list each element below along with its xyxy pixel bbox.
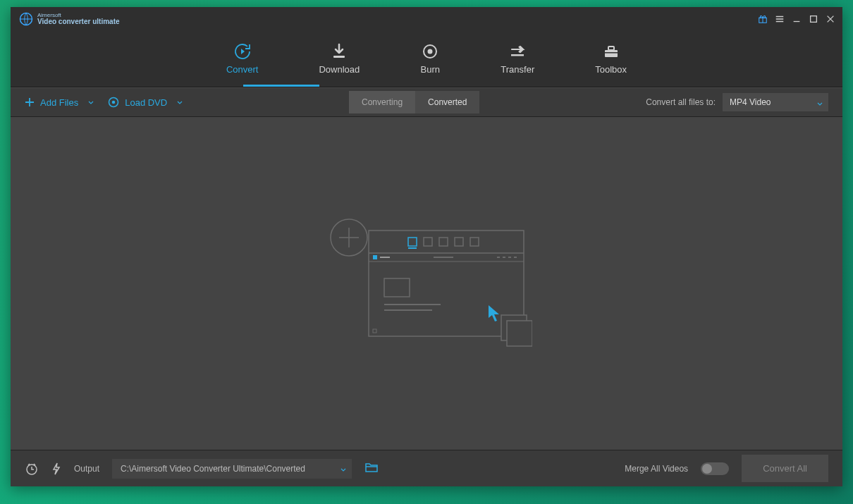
- nav-label: Download: [319, 64, 360, 75]
- toggle-knob: [702, 464, 712, 474]
- gift-icon[interactable]: [755, 11, 771, 27]
- convert-all-button[interactable]: Convert All: [742, 455, 828, 482]
- svg-rect-2: [811, 16, 817, 23]
- svg-rect-32: [373, 329, 376, 333]
- svg-rect-27: [514, 257, 517, 258]
- nav-label: Toolbox: [595, 64, 627, 75]
- svg-rect-8: [608, 47, 614, 50]
- empty-state-illustration: [321, 216, 532, 350]
- chevron-down-icon: [817, 99, 823, 109]
- status-tabs: Converting Converted: [349, 91, 479, 113]
- minimize-button[interactable]: [789, 11, 804, 27]
- app-window: Aimersoft Video converter ultimate Conve…: [11, 7, 842, 486]
- svg-rect-26: [508, 257, 511, 258]
- nav-active-indicator: [243, 85, 319, 87]
- main-nav: Convert Download Burn Transfer Toolbox: [11, 31, 842, 87]
- svg-rect-25: [503, 257, 505, 258]
- schedule-icon[interactable]: [25, 462, 39, 476]
- svg-rect-17: [439, 238, 448, 246]
- svg-rect-21: [373, 255, 377, 259]
- chevron-down-icon: [177, 97, 183, 108]
- nav-tab-burn[interactable]: Burn: [415, 39, 446, 79]
- convert-all-to-label: Convert all files to:: [646, 97, 716, 107]
- brand-line2: Video converter ultimate: [37, 18, 120, 25]
- app-logo: Aimersoft Video converter ultimate: [19, 12, 120, 26]
- nav-tab-toolbox[interactable]: Toolbox: [589, 39, 632, 79]
- svg-rect-34: [507, 321, 532, 346]
- output-label: Output: [74, 464, 99, 474]
- svg-rect-14: [408, 238, 417, 246]
- menu-icon[interactable]: [772, 11, 787, 27]
- nav-label: Convert: [226, 64, 259, 75]
- nav-tab-transfer[interactable]: Transfer: [495, 39, 540, 79]
- svg-rect-22: [380, 257, 390, 258]
- format-selected: MP4 Video: [730, 97, 771, 107]
- svg-rect-30: [384, 304, 441, 305]
- burn-icon: [420, 43, 440, 60]
- svg-rect-6: [511, 54, 524, 56]
- work-area[interactable]: [11, 117, 842, 450]
- merge-videos-label: Merge All Videos: [625, 464, 688, 474]
- output-format-select[interactable]: MP4 Video: [723, 93, 828, 111]
- toolbar: Add Files Load DVD Converting Converted …: [11, 87, 842, 117]
- nav-label: Burn: [421, 64, 440, 75]
- svg-rect-16: [424, 238, 432, 246]
- svg-rect-18: [455, 238, 463, 246]
- convert-all-to: Convert all files to: MP4 Video: [646, 93, 828, 111]
- load-dvd-label: Load DVD: [125, 97, 167, 108]
- title-bar: Aimersoft Video converter ultimate: [11, 7, 842, 31]
- chevron-down-icon: [340, 465, 346, 475]
- svg-rect-29: [384, 278, 410, 297]
- svg-rect-3: [333, 56, 345, 58]
- svg-rect-31: [384, 309, 432, 311]
- gpu-accel-icon[interactable]: [51, 462, 61, 476]
- add-files-label: Add Files: [40, 97, 78, 108]
- output-path-value: C:\Aimersoft Video Converter Ultimate\Co…: [121, 464, 305, 474]
- svg-point-5: [429, 50, 432, 54]
- nav-tab-convert[interactable]: Convert: [221, 39, 264, 79]
- close-button[interactable]: [823, 11, 838, 27]
- output-path-select[interactable]: C:\Aimersoft Video Converter Ultimate\Co…: [112, 459, 352, 479]
- merge-videos-toggle[interactable]: [701, 462, 729, 475]
- download-icon: [329, 43, 349, 60]
- footer-bar: Output C:\Aimersoft Video Converter Ulti…: [11, 450, 842, 486]
- nav-label: Transfer: [501, 64, 534, 75]
- toolbox-icon: [601, 43, 621, 60]
- open-folder-button[interactable]: [364, 462, 379, 476]
- svg-rect-19: [470, 238, 479, 246]
- globe-icon: [19, 12, 33, 26]
- svg-point-11: [113, 102, 115, 104]
- maximize-button[interactable]: [806, 11, 821, 27]
- svg-rect-23: [434, 257, 453, 258]
- tab-converted[interactable]: Converted: [415, 91, 479, 113]
- nav-tab-download[interactable]: Download: [313, 39, 365, 79]
- svg-rect-7: [605, 50, 618, 57]
- load-dvd-button[interactable]: Load DVD: [108, 97, 183, 108]
- tab-converting[interactable]: Converting: [349, 91, 415, 113]
- transfer-icon: [508, 43, 527, 60]
- add-files-button[interactable]: Add Files: [25, 97, 94, 108]
- convert-icon: [233, 43, 252, 60]
- chevron-down-icon: [88, 97, 94, 108]
- svg-rect-9: [605, 52, 618, 54]
- svg-rect-15: [408, 247, 417, 249]
- svg-rect-24: [497, 257, 500, 258]
